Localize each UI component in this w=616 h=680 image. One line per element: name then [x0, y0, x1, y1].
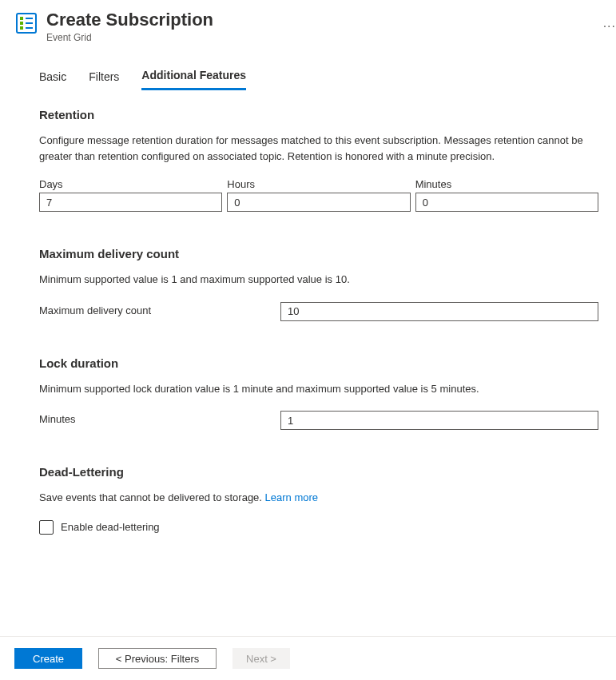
- hours-input[interactable]: [227, 193, 410, 212]
- subscription-icon: [14, 11, 38, 35]
- lock-minutes-input[interactable]: [280, 411, 598, 430]
- minutes-label: Minutes: [415, 178, 598, 190]
- learn-more-link[interactable]: Learn more: [265, 491, 318, 503]
- lock-duration-heading: Lock duration: [39, 356, 598, 370]
- max-delivery-description: Minimum supported value is 1 and maximum…: [39, 272, 598, 288]
- tab-filters[interactable]: Filters: [89, 69, 119, 90]
- enable-dead-lettering-label: Enable dead-lettering: [61, 521, 160, 533]
- days-input[interactable]: [39, 193, 222, 212]
- svg-rect-1: [20, 17, 23, 20]
- max-delivery-input[interactable]: [280, 302, 598, 321]
- next-button[interactable]: Next >: [232, 648, 290, 669]
- tab-additional-features[interactable]: Additional Features: [141, 69, 246, 90]
- create-button[interactable]: Create: [14, 648, 82, 669]
- svg-rect-5: [20, 26, 23, 30]
- lock-duration-description: Minimum supported lock duration value is…: [39, 381, 598, 397]
- previous-button[interactable]: < Previous: Filters: [98, 648, 217, 669]
- max-delivery-label: Maximum delivery count: [39, 304, 276, 316]
- enable-dead-lettering-checkbox[interactable]: [39, 520, 54, 535]
- dead-lettering-description: Save events that cannot be delivered to …: [39, 490, 598, 506]
- hours-label: Hours: [227, 178, 410, 190]
- lock-minutes-label: Minutes: [39, 413, 276, 425]
- minutes-input[interactable]: [415, 193, 598, 212]
- page-subtitle: Event Grid: [46, 32, 578, 43]
- dead-lettering-text: Save events that cannot be delivered to …: [39, 491, 265, 503]
- svg-rect-3: [20, 22, 23, 25]
- dead-lettering-heading: Dead-Lettering: [39, 465, 598, 479]
- page-title: Create Subscription: [46, 10, 578, 30]
- more-button[interactable]: ...: [603, 16, 616, 30]
- tab-basic[interactable]: Basic: [39, 69, 66, 90]
- max-delivery-heading: Maximum delivery count: [39, 247, 598, 260]
- retention-heading: Retention: [39, 108, 598, 121]
- days-label: Days: [39, 178, 222, 190]
- retention-description: Configure message retention duration for…: [39, 133, 598, 164]
